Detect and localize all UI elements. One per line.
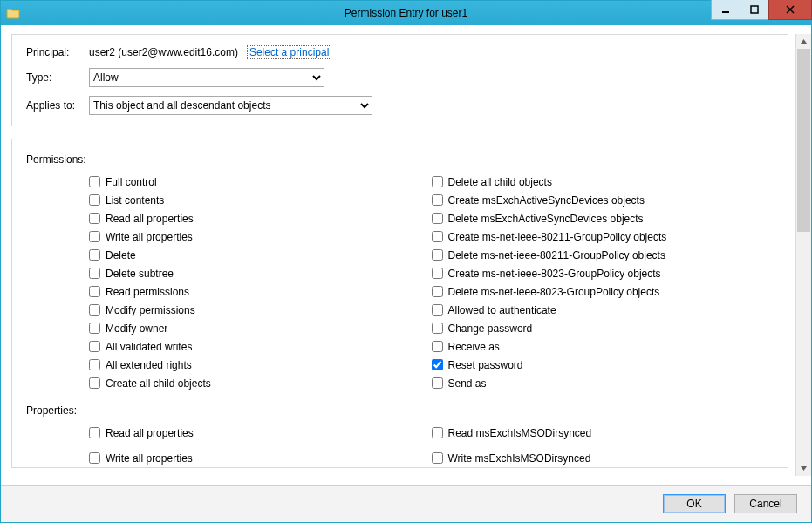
permission-row[interactable]: Allowed to authenticate [432, 301, 774, 319]
minimize-button[interactable] [711, 0, 740, 20]
permission-row[interactable]: List contents [89, 191, 432, 209]
permission-label: Write all properties [106, 231, 193, 243]
property-label: Read msExchIsMSODirsynced [448, 427, 592, 439]
permission-checkbox[interactable] [432, 268, 443, 279]
applies-to-select[interactable]: This object and all descendant objects [89, 96, 372, 115]
permission-checkbox[interactable] [89, 213, 100, 224]
permission-checkbox[interactable] [89, 341, 100, 352]
scroll-up-button[interactable] [796, 34, 811, 49]
permission-row[interactable]: Delete all child objects [432, 173, 774, 191]
permission-row[interactable]: Change password [432, 319, 774, 337]
permission-label: Delete subtree [106, 268, 174, 280]
client-area: Principal: user2 (user2@www.edit16.com) … [1, 25, 811, 522]
permission-row[interactable]: Full control [89, 173, 432, 191]
property-checkbox[interactable] [432, 452, 443, 464]
titlebar[interactable]: Permission Entry for user1 [1, 1, 811, 25]
principal-value: user2 (user2@www.edit16.com) [89, 46, 238, 58]
svg-rect-1 [751, 6, 758, 13]
ok-button[interactable]: OK [663, 494, 726, 513]
property-checkbox[interactable] [89, 452, 100, 464]
permission-label: Read all properties [106, 213, 194, 225]
permission-label: Modify owner [106, 323, 167, 335]
property-checkbox[interactable] [89, 427, 100, 438]
permission-row[interactable]: Create ms-net-ieee-8023-GroupPolicy obje… [432, 264, 774, 282]
maximize-button[interactable] [740, 0, 769, 20]
permission-checkbox[interactable] [432, 341, 443, 352]
permission-row[interactable]: Create msExchActiveSyncDevices objects [432, 191, 774, 209]
permission-row[interactable]: All validated writes [89, 337, 432, 356]
property-checkbox[interactable] [432, 427, 443, 438]
permission-label: Delete ms-net-ieee-8023-GroupPolicy obje… [448, 286, 660, 298]
permission-label: Reset password [448, 359, 523, 371]
permission-checkbox[interactable] [432, 231, 443, 242]
permission-label: Create ms-net-ieee-80211-GroupPolicy obj… [448, 231, 667, 243]
permission-checkbox[interactable] [432, 176, 443, 187]
cancel-button[interactable]: Cancel [734, 494, 797, 513]
permission-row[interactable]: Delete ms-net-ieee-8023-GroupPolicy obje… [432, 282, 774, 301]
permission-checkbox[interactable] [432, 304, 443, 316]
permission-checkbox[interactable] [432, 286, 443, 297]
permission-checkbox[interactable] [89, 194, 100, 206]
permission-checkbox[interactable] [89, 323, 100, 334]
permission-label: Full control [106, 176, 157, 188]
type-select[interactable]: Allow [89, 68, 324, 87]
permission-checkbox[interactable] [432, 194, 443, 206]
permission-label: Create all child objects [106, 377, 211, 390]
property-row[interactable]: Write all properties [89, 449, 432, 467]
principal-label: Principal: [26, 46, 89, 58]
permission-label: All validated writes [106, 341, 192, 353]
permission-row[interactable]: Receive as [432, 337, 774, 356]
permission-row[interactable]: Delete subtree [89, 264, 432, 282]
permission-checkbox[interactable] [89, 231, 100, 242]
permission-label: Delete ms-net-ieee-80211-GroupPolicy obj… [448, 249, 665, 262]
close-button[interactable] [768, 0, 812, 20]
permission-checkbox[interactable] [432, 213, 443, 224]
permission-row[interactable]: Read permissions [89, 282, 432, 301]
permission-checkbox[interactable] [89, 249, 100, 261]
property-label: Write msExchIsMSODirsynced [448, 452, 591, 465]
scroll-track[interactable] [796, 49, 811, 461]
permissions-section-label: Permissions: [26, 153, 774, 166]
permission-checkbox[interactable] [89, 176, 100, 187]
property-row[interactable]: Read msExchIsMSODirsynced [432, 424, 774, 442]
scroll-thumb[interactable] [797, 49, 810, 232]
header-panel: Principal: user2 (user2@www.edit16.com) … [11, 34, 788, 126]
footer: OK Cancel [1, 485, 811, 522]
permission-label: Allowed to authenticate [448, 304, 556, 316]
permission-row[interactable]: Reset password [432, 356, 774, 374]
type-label: Type: [26, 71, 89, 84]
permission-checkbox[interactable] [89, 304, 100, 316]
permission-row[interactable]: Modify permissions [89, 301, 432, 319]
permission-row[interactable]: Create all child objects [89, 374, 432, 392]
properties-columns: Read all propertiesWrite all properties … [26, 424, 774, 467]
permission-label: Send as [448, 377, 487, 390]
permission-checkbox[interactable] [432, 323, 443, 334]
permission-row[interactable]: Modify owner [89, 319, 432, 337]
permission-checkbox[interactable] [89, 268, 100, 279]
permission-row[interactable]: Write all properties [89, 228, 432, 246]
property-row[interactable]: Write msExchIsMSODirsynced [432, 449, 774, 467]
permission-checkbox[interactable] [432, 249, 443, 261]
permission-row[interactable]: Create ms-net-ieee-80211-GroupPolicy obj… [432, 228, 774, 246]
permission-checkbox[interactable] [89, 359, 100, 370]
permission-label: Delete all child objects [448, 176, 552, 188]
permission-checkbox[interactable] [89, 286, 100, 297]
permission-label: Change password [448, 323, 533, 335]
permission-checkbox[interactable] [432, 359, 443, 370]
property-row[interactable]: Read all properties [89, 424, 432, 442]
select-principal-link[interactable]: Select a principal [247, 45, 331, 59]
permission-row[interactable]: Delete [89, 246, 432, 264]
properties-section-label: Properties: [26, 404, 774, 417]
permission-row[interactable]: All extended rights [89, 356, 432, 374]
permission-checkbox[interactable] [432, 377, 443, 389]
permission-row[interactable]: Delete ms-net-ieee-80211-GroupPolicy obj… [432, 246, 774, 264]
permission-row[interactable]: Read all properties [89, 209, 432, 228]
permission-row[interactable]: Send as [432, 374, 774, 392]
permission-label: All extended rights [106, 359, 192, 371]
permission-row[interactable]: Delete msExchActiveSyncDevices objects [432, 209, 774, 228]
scroll-down-button[interactable] [796, 461, 811, 476]
vertical-scrollbar[interactable] [795, 34, 811, 476]
applies-to-label: Applies to: [26, 99, 89, 112]
permission-checkbox[interactable] [89, 377, 100, 389]
properties-column-left: Read all propertiesWrite all properties [89, 424, 432, 467]
